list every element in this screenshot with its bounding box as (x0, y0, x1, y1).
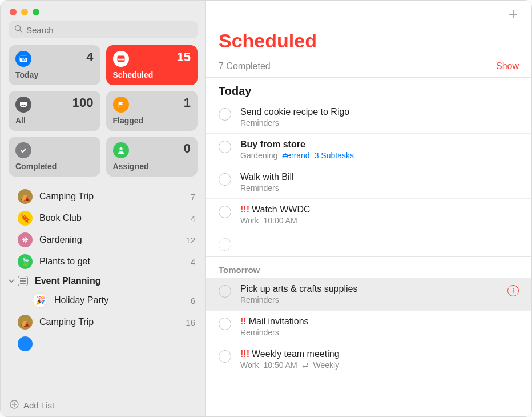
reminder-item[interactable]: Walk with Bill Reminders (206, 166, 531, 199)
repeat-icon: ⇄ (302, 360, 309, 370)
complete-toggle[interactable] (219, 206, 231, 218)
reminder-tag[interactable]: #errand (282, 151, 309, 160)
leaf-icon: 🍃 (18, 254, 33, 269)
section-header-today: Today (206, 78, 531, 101)
show-completed-button[interactable]: Show (496, 61, 519, 71)
reminder-list: Work (240, 360, 259, 370)
search-field[interactable] (9, 21, 198, 38)
smart-assigned-label: Assigned (113, 162, 191, 171)
group-event-planning[interactable]: Event Planning (1, 272, 205, 290)
priority-indicator: !!! (240, 205, 249, 214)
list-plants-to-get[interactable]: 🍃 Plants to get 4 (1, 251, 205, 272)
reminder-item[interactable]: Send cookie recipe to Rigo Reminders (206, 101, 531, 134)
group-label: Event Planning (35, 276, 195, 286)
reminder-title: !!!Weekly team meeting (240, 349, 519, 359)
subtasks-link[interactable]: 3 Subtasks (315, 151, 354, 160)
svg-rect-4 (118, 58, 124, 58)
smart-completed-label: Completed (15, 162, 94, 171)
list-count: 4 (191, 257, 195, 267)
smart-flagged-count: 1 (184, 95, 191, 110)
list-gardening[interactable]: ❋ Gardening 12 (1, 229, 205, 251)
list-holiday-party[interactable]: 🎉 Holiday Party 6 (1, 290, 205, 311)
list-count: 7 (191, 192, 195, 202)
smart-lists: 10 4 Today 15 Scheduled 100 All (1, 45, 205, 183)
tent-icon: ⛺ (18, 189, 33, 204)
close-window-button[interactable] (10, 9, 17, 15)
priority-indicator: !!! (240, 349, 249, 359)
tray-icon (15, 97, 31, 113)
new-reminder-button[interactable] (507, 9, 519, 22)
list-label: Holiday Party (54, 295, 191, 306)
list-partial[interactable] (1, 333, 205, 355)
smart-today-count: 4 (86, 50, 93, 65)
svg-text:10: 10 (21, 58, 26, 62)
list-book-club[interactable]: 🔖 Book Club 4 (1, 207, 205, 229)
complete-toggle[interactable] (219, 318, 231, 330)
bookmark-icon: 🔖 (18, 211, 33, 226)
smart-all[interactable]: 100 All (9, 91, 100, 131)
smart-scheduled-count: 15 (177, 50, 191, 65)
zoom-window-button[interactable] (33, 9, 39, 15)
minimize-window-button[interactable] (21, 9, 28, 15)
complete-toggle[interactable] (219, 285, 231, 298)
smart-completed[interactable]: Completed (9, 137, 100, 177)
smart-today-label: Today (15, 70, 94, 79)
smart-assigned-count: 0 (184, 141, 191, 156)
list-count: 4 (191, 214, 195, 223)
list-label: Camping Trip (39, 317, 186, 327)
party-icon: 🎉 (33, 293, 47, 308)
reminder-title: Send cookie recipe to Rigo (240, 107, 519, 117)
checkmark-icon (15, 142, 31, 158)
smart-scheduled[interactable]: 15 Scheduled (106, 45, 198, 85)
complete-toggle[interactable] (219, 108, 231, 121)
smart-flagged-label: Flagged (113, 116, 191, 125)
reminder-list: Gardening (240, 151, 277, 160)
complete-toggle[interactable] (219, 350, 231, 363)
complete-toggle-ghost (219, 238, 231, 251)
completed-count: 7 Completed (219, 61, 271, 71)
reminder-item[interactable]: !!Mail invitations Reminders (206, 311, 531, 343)
list-camping-trip[interactable]: ⛺ Camping Trip 7 (1, 186, 205, 207)
info-button[interactable]: i (507, 285, 519, 296)
calendar-day-icon: 10 (15, 51, 31, 67)
list-count: 6 (191, 296, 195, 306)
list-count: 16 (186, 318, 195, 327)
flower-icon: ❋ (18, 232, 33, 247)
reminder-list: Reminders (240, 118, 279, 127)
new-reminder-placeholder[interactable] (206, 231, 531, 256)
my-lists: ⛺ Camping Trip 7 🔖 Book Club 4 ❋ Gardeni… (1, 183, 205, 394)
flag-icon (113, 97, 129, 113)
add-list-label: Add List (23, 400, 54, 410)
reminder-time: 10:00 AM (263, 216, 297, 225)
svg-rect-3 (117, 56, 124, 62)
reminder-item[interactable]: Buy from store Gardening #errand 3 Subta… (206, 134, 531, 166)
reminder-list: Work (240, 216, 259, 225)
smart-assigned[interactable]: 0 Assigned (106, 137, 198, 177)
plus-circle-icon (10, 400, 23, 411)
list-camping-trip-2[interactable]: ⛺ Camping Trip 16 (1, 311, 205, 333)
reminder-item[interactable]: Pick up arts & crafts supplies Reminders… (206, 278, 531, 311)
add-list-button[interactable]: Add List (1, 394, 205, 416)
smart-today[interactable]: 10 4 Today (9, 45, 100, 85)
list-count: 12 (186, 235, 195, 245)
smart-all-label: All (15, 116, 94, 125)
search-input[interactable] (26, 25, 192, 35)
reminder-title: !!!Watch WWDC (240, 205, 519, 215)
smart-scheduled-label: Scheduled (113, 70, 191, 79)
svg-point-6 (119, 147, 122, 150)
reminder-item[interactable]: !!!Weekly team meeting Work 10:50 AM ⇄ W… (206, 343, 531, 375)
chevron-down-icon (9, 276, 17, 286)
svg-rect-5 (118, 59, 124, 60)
complete-toggle[interactable] (219, 141, 231, 153)
smart-flagged[interactable]: 1 Flagged (106, 91, 198, 131)
complete-toggle[interactable] (219, 173, 231, 186)
repeat-label: Weekly (313, 360, 340, 370)
completed-summary-row: 7 Completed Show (206, 57, 531, 78)
list-label: Gardening (39, 235, 186, 245)
window-controls (1, 1, 205, 21)
main-panel: Scheduled 7 Completed Show Today Send co… (206, 1, 531, 416)
reminder-list: Reminders (240, 328, 279, 337)
reminder-item[interactable]: !!!Watch WWDC Work 10:00 AM (206, 199, 531, 231)
list-label: Camping Trip (39, 191, 191, 202)
reminder-title: Pick up arts & crafts supplies (240, 284, 503, 294)
